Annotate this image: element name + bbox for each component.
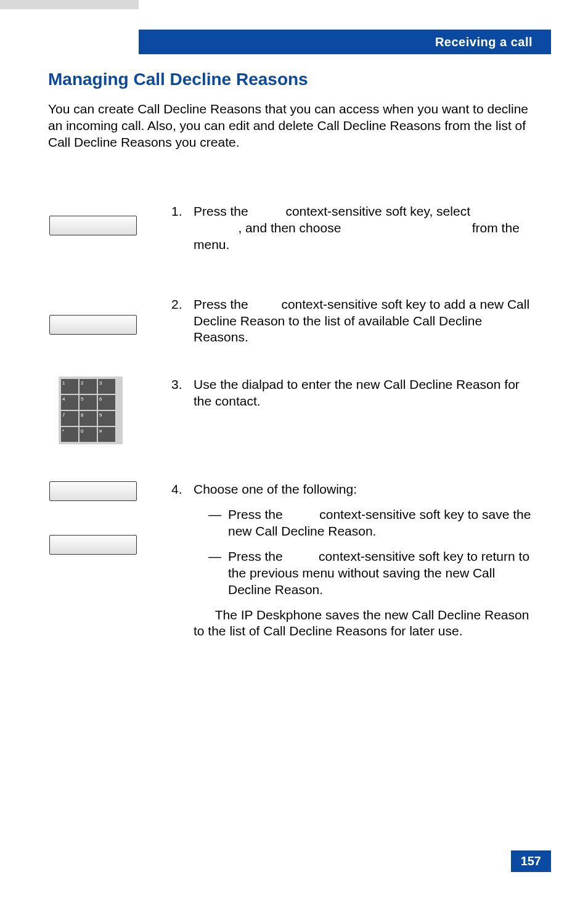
step-3-text: 3. Use the dialpad to enter the new Call… (171, 377, 540, 410)
step-1-row: 1. Press the Prefs context-sensitive sof… (49, 203, 540, 253)
steps-area: 1. Press the Prefs context-sensitive sof… (49, 203, 540, 671)
text-fragment: Press the (228, 549, 287, 563)
text-fragment: context-sensitive soft key, select (282, 204, 474, 218)
header-bar: Receiving a call (139, 30, 551, 54)
step-4-row: 4. Choose one of the following: — Press … (49, 481, 540, 640)
top-gray-block (0, 0, 139, 9)
text-fragment: , and then choose (238, 221, 345, 235)
sub-option-text: Press the Back context-sensitive soft ke… (228, 548, 540, 598)
step-body: Use the dialpad to enter the new Call De… (194, 377, 540, 410)
dialpad-key: 0 (80, 427, 97, 442)
dialpad-key: 8 (80, 411, 97, 426)
step-number: 2. (171, 296, 194, 313)
page: Receiving a call Managing Call Decline R… (0, 0, 588, 909)
text-fragment: Press the (228, 507, 287, 521)
lead-text: Choose one of the following: (194, 482, 357, 496)
step-number: 3. (171, 377, 194, 393)
page-number: 157 (511, 850, 551, 872)
dialpad-key: 2 (80, 379, 97, 394)
note-content: The IP Deskphone saves the new Call Decl… (194, 608, 529, 638)
sub-option-text: Press the Save context-sensitive soft ke… (228, 507, 540, 540)
text-fragment: Press the (194, 297, 252, 311)
dialpad-key: 7 (61, 411, 78, 426)
dash: — (208, 507, 228, 523)
softkey-icon (49, 216, 137, 235)
dialpad-key: 9 (98, 411, 115, 426)
step-body: Press the Prefs context-sensitive soft k… (194, 203, 540, 253)
step-4-text: 4. Choose one of the following: — Press … (171, 481, 540, 640)
dialpad-key: 5 (80, 395, 97, 410)
step-2-row: 2. Press the New context-sensitive soft … (49, 296, 540, 346)
step-1-image-col (49, 203, 171, 235)
dash: — (208, 548, 228, 565)
section-title: Managing Call Decline Reasons (48, 67, 308, 92)
dialpad-key: 4 (61, 395, 78, 410)
softkey-icon (49, 481, 137, 501)
step-4-image-col (49, 481, 171, 555)
step-2-image-col (49, 296, 171, 335)
dialpad-icon: 1 2 3 4 5 6 7 8 9 * 0 # (59, 377, 123, 444)
dialpad-key: 3 (98, 379, 115, 394)
softkey-icon (49, 535, 137, 555)
step-number: 4. (171, 481, 194, 498)
dialpad-key: 6 (98, 395, 115, 410)
dialpad-key: 1 (61, 379, 78, 394)
chapter-title: Receiving a call (435, 35, 533, 49)
step-body: Choose one of the following: — Press the… (194, 481, 540, 640)
note-text: The IP Deskphone saves the new Call Decl… (194, 607, 540, 640)
step-3-row: 1 2 3 4 5 6 7 8 9 * 0 # 3. Use the dia (49, 377, 540, 444)
step-3-image-col: 1 2 3 4 5 6 7 8 9 * 0 # (49, 377, 171, 444)
step-2-text: 2. Press the New context-sensitive soft … (171, 296, 540, 346)
dialpad-key: # (98, 427, 115, 442)
step-1-text: 1. Press the Prefs context-sensitive sof… (171, 203, 540, 253)
dialpad-key: * (61, 427, 78, 442)
softkey-icon (49, 315, 137, 335)
sub-option-1: — Press the Save context-sensitive soft … (194, 507, 540, 540)
sub-option-2: — Press the Back context-sensitive soft … (194, 548, 540, 598)
intro-paragraph: You can create Call Decline Reasons that… (48, 101, 540, 151)
step-body: Press the New context-sensitive soft key… (194, 296, 540, 346)
step-number: 1. (171, 203, 194, 220)
text-fragment: Press the (194, 204, 252, 218)
